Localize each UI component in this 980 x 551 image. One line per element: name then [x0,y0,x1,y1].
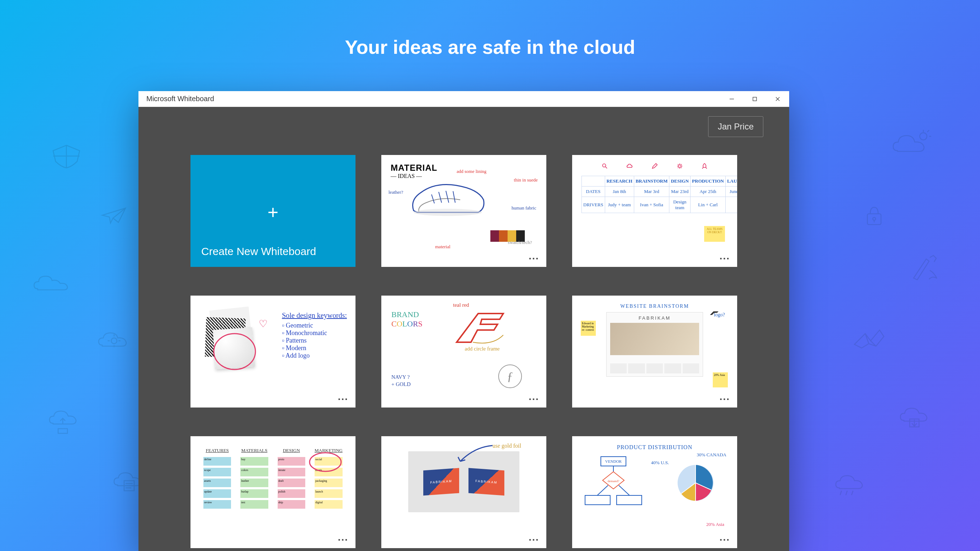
board-note: burlap [240,489,268,498]
board-column: MATERIALS buy colors leather burlap test [240,447,268,509]
box-mock: FABRIKAM [468,468,504,496]
shoe-sketch-icon [406,175,489,225]
thumbnail: FEATURES define scope assets update revi… [191,436,355,548]
create-new-whiteboard-tile[interactable]: + Create New Whiteboard [191,155,355,267]
board-note: packaging [315,479,342,487]
app-window: Microsoft Whiteboard Jan Price + Create … [138,91,789,551]
cell: Ivan + Sofia [634,197,669,213]
window-controls [720,91,789,107]
timeline-table: RESEARCH BRAINSTORM DESIGN PRODUCTION LA… [581,176,737,213]
paper-plane-doodle-icon [100,204,129,226]
svg-point-4 [873,217,876,220]
thumbnail: ♡ Sole design keywords: ▫ Geometric ▫ Mo… [191,296,355,408]
board-note: assets [204,479,231,487]
pie-label: 20% Asia [706,522,724,527]
more-button[interactable]: ... [719,250,730,262]
cell [725,197,737,213]
more-button[interactable]: ... [529,250,539,262]
flowchart-icon: VENDOR demand? [583,456,644,517]
note: leather? [388,190,403,195]
cloud-upload-doodle-icon [47,409,83,434]
mock-nav [610,363,699,373]
thumbnail: MATERIAL — IDEAS — leather? add some lin… [381,155,546,267]
whiteboard-tile-website[interactable]: WEBSITE BRAINSTORM FABRIKAM Edward in Ma… [572,296,737,408]
flow-label: VENDOR [605,459,622,463]
close-icon [775,96,781,102]
whiteboard-tile-timeline[interactable]: RESEARCH BRAINSTORM DESIGN PRODUCTION LA… [572,155,737,267]
more-button[interactable]: ... [719,391,730,403]
lock-doodle-icon [865,204,883,226]
brand-text: BRAND COLORS [391,310,423,329]
sticky-note: Edward in Marketing re: context [581,321,596,336]
heart-icon: ♡ [259,318,267,330]
more-button[interactable]: ... [338,532,348,543]
list-heading: Sole design keywords: [282,311,347,320]
more-button[interactable]: ... [719,532,730,543]
app-body: Jan Price + Create New Whiteboard MATERI… [138,107,789,551]
board-note: iterate [278,468,305,476]
whiteboard-tile-material[interactable]: MATERIAL — IDEAS — leather? add some lin… [381,155,546,267]
user-chip[interactable]: Jan Price [708,116,763,137]
pencil-icon [651,163,658,169]
board-note: draft [278,479,305,487]
cell: Mar 23rd [669,186,690,197]
board-note: ship [278,500,305,509]
board-column: DESIGN proto iterate draft polish ship [278,447,305,509]
board-note: leather [240,479,268,487]
board-note: proto [278,457,305,466]
page-heading: Your ideas are safe in the cloud [0,36,980,58]
list-item: Patterns [286,337,307,344]
whiteboard-tile-distribution[interactable]: PRODUCT DISTRIBUTION VENDOR demand? [572,436,737,548]
cell: Design team [669,197,690,213]
more-button[interactable]: ... [529,532,539,543]
keywords-list: Sole design keywords: ▫ Geometric ▫ Mono… [282,311,347,360]
svg-point-8 [602,164,606,167]
plus-icon: + [267,202,278,223]
whiteboard-tile-board[interactable]: FEATURES define scope assets update revi… [191,436,355,548]
note: add circle frame [465,346,500,352]
board-note: test [240,500,268,509]
create-new-label: Create New Whiteboard [191,236,355,267]
svg-point-11 [310,453,341,471]
cell: Mar 3rd [634,186,669,197]
more-button[interactable]: ... [529,391,539,403]
shield-doodle-icon [50,143,83,169]
whiteboard-tile-sole[interactable]: ♡ Sole design keywords: ▫ Geometric ▫ Mo… [191,296,355,408]
pie-label: 30% CANADA [697,452,726,458]
minimize-button[interactable] [720,91,743,107]
gear-icon [676,163,683,169]
whiteboard-tile-packaging[interactable]: use gold foil FABRIKAM FABRIKAM ... [381,436,546,548]
pencil-brush-doodle-icon [908,255,944,283]
phase-icons [581,163,728,169]
board-note: scope [204,468,231,476]
thumbnail: WEBSITE BRAINSTORM FABRIKAM Edward in Ma… [572,296,737,408]
cell: Lin + Carl [690,197,725,213]
list-item: Add logo [286,352,310,359]
minimize-icon [729,96,735,102]
maximize-button[interactable] [743,91,766,107]
col-header: DESIGN [669,176,690,186]
board-note: define [204,457,231,466]
col-header: RESEARCH [605,176,634,186]
pie-label: 40% U.S. [651,460,669,466]
sticky-note: ALL TEAMS ON DECK!! [704,226,725,242]
more-button[interactable]: ... [338,391,348,403]
note: use gold foil [493,443,521,449]
webpage-mock: FABRIKAM [606,312,703,377]
svg-rect-6 [753,97,757,101]
board-column: FEATURES define scope assets update revi… [204,447,231,509]
svg-point-10 [214,334,255,369]
titlebar: Microsoft Whiteboard [138,91,789,107]
svg-rect-15 [617,495,642,505]
thumbnail: BRAND COLORS ƒ teal red add circle frame… [381,296,546,408]
svg-point-7 [414,209,482,216]
col-name: FEATURES [204,447,231,454]
whiteboard-tile-brand[interactable]: BRAND COLORS ƒ teal red add circle frame… [381,296,546,408]
note: teal red [453,302,469,308]
logo-mark-icon [709,311,720,316]
board-note: update [204,489,231,498]
note: add some lining [457,169,487,174]
cloud-icon [626,163,633,169]
note: + GOLD [391,381,411,387]
close-button[interactable] [766,91,789,107]
